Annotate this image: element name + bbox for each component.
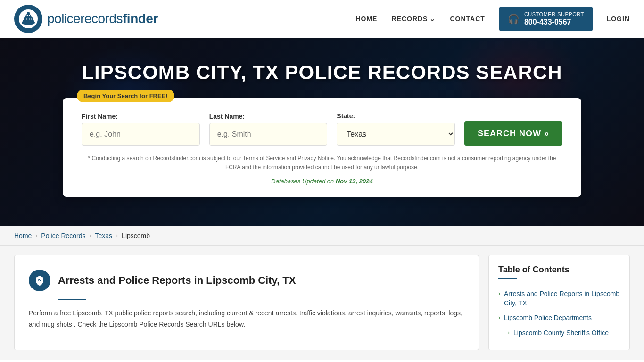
breadcrumb-current: Lipscomb xyxy=(122,232,150,239)
svg-point-7 xyxy=(27,12,30,15)
first-name-label: First Name: xyxy=(82,113,200,120)
main-content: Arrests and Police Reports in Lipscomb C… xyxy=(0,246,644,360)
toc-arrow-2: › xyxy=(498,314,500,321)
chevron-down-icon: ⌄ xyxy=(429,15,436,23)
toc-item-3[interactable]: › Lipscomb County Sheriff's Office xyxy=(498,326,620,341)
toc-link-3[interactable]: Lipscomb County Sheriff's Office xyxy=(513,329,609,338)
section-title-underline xyxy=(58,299,86,300)
toc-arrow-3: › xyxy=(508,329,510,336)
toc-arrow-1: › xyxy=(498,290,500,297)
breadcrumb-sep-1: › xyxy=(35,232,37,239)
toc-title: Table of Contents xyxy=(498,265,620,275)
first-name-group: First Name: xyxy=(82,113,200,146)
last-name-input[interactable] xyxy=(209,123,328,146)
breadcrumb-sep-3: › xyxy=(116,232,118,239)
support-info: CUSTOMER SUPPORT 800-433-0567 xyxy=(524,11,584,26)
state-label: State: xyxy=(337,112,455,120)
logo-text: policerecordsfinder xyxy=(47,11,158,26)
disclaimer-text: * Conducting a search on Recordsfinder.c… xyxy=(82,154,562,172)
badge-icon xyxy=(29,270,50,291)
breadcrumb-home[interactable]: Home xyxy=(14,232,32,239)
content-right: Table of Contents › Arrests and Police R… xyxy=(488,255,630,350)
svg-rect-9 xyxy=(26,18,27,20)
toc-item-2[interactable]: › Lipscomb Police Departments xyxy=(498,311,620,326)
site-header: policerecordsfinder HOME RECORDS ⌄ CONTA… xyxy=(0,0,644,38)
toc-box: Table of Contents › Arrests and Police R… xyxy=(488,255,630,350)
nav-records[interactable]: RECORDS ⌄ xyxy=(391,15,436,23)
last-name-group: Last Name: xyxy=(209,113,328,146)
search-button[interactable]: SEARCH NOW » xyxy=(464,121,562,146)
hero-title: LIPSCOMB CITY, TX POLICE RECORDS SEARCH xyxy=(82,61,562,84)
toc-item-1[interactable]: › Arrests and Police Reports in Lipscomb… xyxy=(498,287,620,311)
svg-rect-11 xyxy=(31,18,32,20)
support-box[interactable]: 🎧 CUSTOMER SUPPORT 800-433-0567 xyxy=(499,7,593,31)
state-select[interactable]: Texas Alabama Alaska Arizona Arkansas Ca… xyxy=(337,123,455,146)
nav-login[interactable]: LOGIN xyxy=(607,15,630,23)
search-form: First Name: Last Name: State: Texas Alab… xyxy=(82,112,562,146)
free-badge: Begin Your Search for FREE! xyxy=(77,90,174,102)
db-updated: Databases Updated on Nov 13, 2024 xyxy=(82,178,562,185)
first-name-input[interactable] xyxy=(82,123,200,146)
search-container: Begin Your Search for FREE! First Name: … xyxy=(63,98,581,197)
main-nav: HOME RECORDS ⌄ CONTACT 🎧 CUSTOMER SUPPOR… xyxy=(355,7,630,31)
section-body: Perform a free Lipscomb, TX public polic… xyxy=(29,308,464,330)
breadcrumb-texas[interactable]: Texas xyxy=(95,232,113,239)
breadcrumb-sep-2: › xyxy=(90,232,91,239)
headphone-icon: 🎧 xyxy=(508,13,520,25)
logo-area: policerecordsfinder xyxy=(14,5,158,33)
hero-section: LIPSCOMB CITY, TX POLICE RECORDS SEARCH … xyxy=(0,38,644,226)
nav-contact[interactable]: CONTACT xyxy=(450,15,485,23)
svg-rect-10 xyxy=(29,18,30,20)
nav-home[interactable]: HOME xyxy=(355,15,377,23)
toc-divider xyxy=(498,278,517,279)
breadcrumb: Home › Police Records › Texas › Lipscomb xyxy=(0,226,644,246)
last-name-label: Last Name: xyxy=(209,113,328,120)
content-left: Arrests and Police Reports in Lipscomb C… xyxy=(14,255,479,350)
logo-icon xyxy=(14,5,42,33)
svg-rect-8 xyxy=(25,18,25,20)
state-group: State: Texas Alabama Alaska Arizona Arka… xyxy=(337,112,455,146)
toc-link-2[interactable]: Lipscomb Police Departments xyxy=(504,313,592,323)
section-title-row: Arrests and Police Reports in Lipscomb C… xyxy=(29,270,464,291)
section-title: Arrests and Police Reports in Lipscomb C… xyxy=(58,274,296,287)
breadcrumb-police-records[interactable]: Police Records xyxy=(41,232,85,239)
toc-link-1[interactable]: Arrests and Police Reports in Lipscomb C… xyxy=(504,289,620,308)
